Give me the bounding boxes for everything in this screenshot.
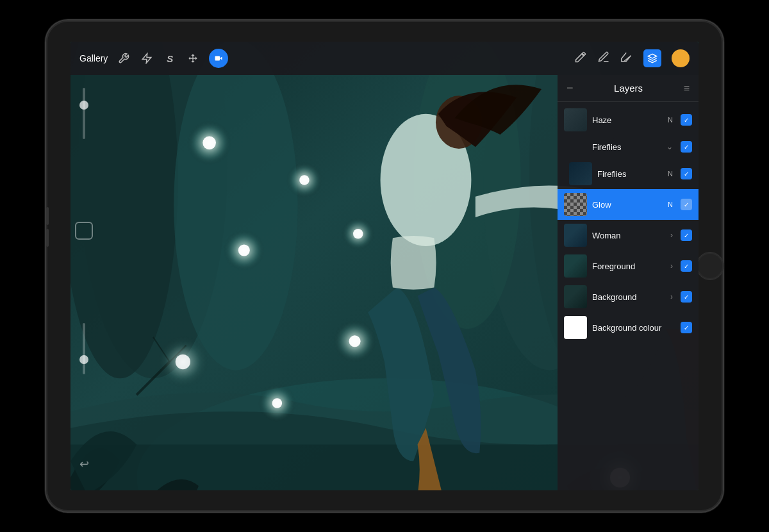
layer-name-foreground: Foreground xyxy=(592,262,665,271)
layer-mode-fireflies-sub: N xyxy=(668,170,673,178)
svg-point-26 xyxy=(272,398,282,408)
layer-check-haze[interactable]: ✓ xyxy=(681,114,692,126)
layer-thumb-woman xyxy=(564,224,587,247)
layer-item-glow[interactable]: Glow N ✓ xyxy=(558,189,699,220)
layer-chevron-woman: › xyxy=(670,231,673,240)
layer-name-bg-colour: Background colour xyxy=(592,323,675,333)
gallery-button[interactable]: Gallery xyxy=(79,53,108,63)
svg-marker-31 xyxy=(143,54,152,63)
svg-point-24 xyxy=(349,335,361,347)
layer-check-woman[interactable]: ✓ xyxy=(681,229,692,241)
layers-panel: − Layers ≡ Haze N ✓ Fireflies ⌄ ✓ xyxy=(558,75,699,490)
layers-panel-header: − Layers ≡ xyxy=(558,75,699,102)
adjustments-icon[interactable] xyxy=(140,51,154,65)
layer-check-background[interactable]: ✓ xyxy=(681,291,692,303)
layers-minus-button[interactable]: − xyxy=(566,81,574,95)
video-record-icon[interactable] xyxy=(209,49,228,68)
layer-item-bg-colour[interactable]: Background colour ✓ xyxy=(558,312,699,343)
svg-point-16 xyxy=(203,137,216,150)
layer-thumb-fireflies-sub xyxy=(569,162,592,185)
brush-size-handle[interactable] xyxy=(79,101,88,110)
svg-point-5 xyxy=(174,42,297,370)
home-button[interactable] xyxy=(696,252,724,280)
layer-thumb-glow xyxy=(564,193,587,216)
layer-check-foreground[interactable]: ✓ xyxy=(681,260,692,272)
brush-size-control[interactable] xyxy=(83,88,85,139)
svg-point-28 xyxy=(176,354,190,369)
brush-size-track[interactable] xyxy=(83,88,85,139)
layer-group-fireflies[interactable]: Fireflies ⌄ ✓ xyxy=(558,135,699,158)
layer-item-woman[interactable]: Woman › ✓ xyxy=(558,220,699,251)
layer-check-bg-colour[interactable]: ✓ xyxy=(681,322,692,333)
top-bar-right xyxy=(574,49,690,67)
eraser-icon[interactable] xyxy=(620,51,633,67)
top-bar-left: Gallery S xyxy=(79,49,228,68)
vol-btn-up xyxy=(46,207,49,225)
layer-name-haze: Haze xyxy=(592,115,663,125)
top-bar: Gallery S xyxy=(70,42,699,75)
layer-item-haze[interactable]: Haze N ✓ xyxy=(558,104,699,135)
selection-icon[interactable]: S xyxy=(163,51,177,65)
layer-mode-haze: N xyxy=(668,116,673,124)
layer-mode-glow: N xyxy=(668,201,673,208)
layer-check-fireflies-group[interactable]: ✓ xyxy=(681,141,692,153)
svg-marker-35 xyxy=(648,54,656,58)
layer-chevron-fireflies: ⌄ xyxy=(666,142,673,151)
layer-thumb-haze xyxy=(564,108,587,131)
svg-point-22 xyxy=(353,229,363,238)
opacity-control[interactable] xyxy=(83,323,85,374)
square-tool-btn[interactable] xyxy=(75,222,93,240)
layers-button[interactable] xyxy=(643,49,661,67)
smudge-icon[interactable] xyxy=(597,51,610,67)
svg-point-18 xyxy=(299,175,309,185)
transform-icon[interactable] xyxy=(186,51,200,65)
layer-thumb-foreground xyxy=(564,254,587,278)
opacity-track[interactable] xyxy=(83,323,85,374)
layer-name-background: Background xyxy=(592,292,665,302)
svg-rect-33 xyxy=(215,56,220,61)
layers-title: Layers xyxy=(574,83,684,94)
vol-btn-down xyxy=(46,229,49,247)
layer-chevron-background: › xyxy=(670,292,673,301)
ipad-screen: Gallery S xyxy=(70,42,699,490)
layer-chevron-foreground: › xyxy=(670,262,673,270)
layer-item-fireflies-sub[interactable]: Fireflies N ✓ xyxy=(558,158,699,189)
wrench-icon[interactable] xyxy=(117,51,131,65)
opacity-handle[interactable] xyxy=(79,355,88,364)
layer-name-glow: Glow xyxy=(592,200,663,210)
volume-buttons xyxy=(46,207,49,247)
layer-group-fireflies-name: Fireflies xyxy=(592,142,661,152)
layers-list: Haze N ✓ Fireflies ⌄ ✓ Fireflies N ✓ xyxy=(558,102,699,490)
ipad-frame: Gallery S xyxy=(45,19,724,513)
undo-button[interactable]: ↩ xyxy=(79,457,89,471)
layer-thumb-background xyxy=(564,285,587,308)
layer-name-fireflies-sub: Fireflies xyxy=(597,169,663,179)
color-swatch[interactable] xyxy=(672,49,690,67)
layer-thumb-bg-colour xyxy=(564,316,587,339)
svg-point-20 xyxy=(238,244,250,256)
layer-name-woman: Woman xyxy=(592,231,665,240)
layers-menu-button[interactable]: ≡ xyxy=(684,83,690,94)
layer-item-background[interactable]: Background › ✓ xyxy=(558,281,699,312)
layer-check-glow[interactable]: ✓ xyxy=(681,199,692,210)
brush-icon[interactable] xyxy=(574,51,587,67)
left-sidebar: ↩ xyxy=(70,75,97,490)
layer-item-foreground[interactable]: Foreground › ✓ xyxy=(558,251,699,281)
svg-marker-32 xyxy=(220,57,222,60)
layer-check-fireflies-sub[interactable]: ✓ xyxy=(681,168,692,179)
